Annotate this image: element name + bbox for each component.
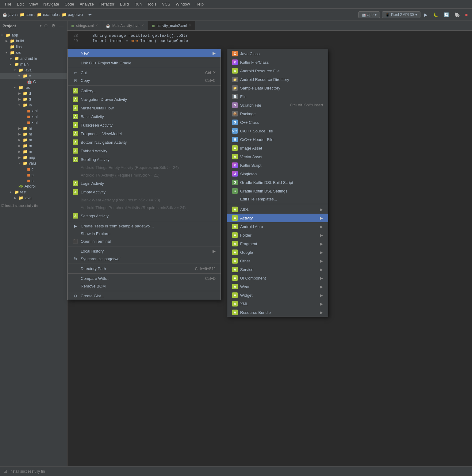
tree-item-c-xml[interactable]: ◼ c [0, 166, 67, 172]
ctx-file[interactable]: 📄 File [227, 92, 328, 101]
ctx-package[interactable]: 📦 Package [227, 109, 328, 118]
ctx-cpp-header[interactable]: H C/C++ Header File [227, 135, 328, 144]
ctx-widget[interactable]: A Widget ▶ [227, 291, 328, 299]
ctx-new[interactable]: New ▶ [68, 49, 221, 57]
tab-activity-close[interactable]: ✕ [189, 24, 191, 28]
tree-item-androidm[interactable]: MF Androi [0, 184, 67, 189]
ctx-vector-asset[interactable]: A Vector Asset [227, 152, 328, 161]
ctx-kotlin-script[interactable]: K Kotlin Script [227, 161, 328, 169]
tree-item-la[interactable]: ▾ 📁 la [0, 102, 67, 108]
ctx-android-resource-file[interactable]: A Android Resource File [227, 67, 328, 75]
tree-item-m2[interactable]: ▶ 📁 m [0, 131, 67, 137]
menu-code[interactable]: Code [62, 1, 77, 7]
ctx-java-class[interactable]: C Java Class [227, 49, 328, 58]
ctx-scratch-file[interactable]: S Scratch File Ctrl+Alt+Shift+Insert [227, 101, 328, 109]
ctx-remove-bom[interactable]: Remove BOM [68, 282, 221, 290]
ctx-gallery[interactable]: A Gallery... [68, 86, 221, 95]
ctx-fullscreen[interactable]: A Fullscreen Activity [68, 121, 221, 129]
ctx-fragment-viewmodel[interactable]: A Fragment + ViewModel [68, 129, 221, 138]
ctx-gradle-settings[interactable]: G Gradle Kotlin DSL Settings [227, 187, 328, 195]
ctx-gradle-build[interactable]: G Gradle Kotlin DSL Build Script [227, 178, 328, 187]
ctx-master-detail[interactable]: A Master/Detail Flow [68, 104, 221, 112]
tree-item-java[interactable]: ▾ 📁 java [0, 67, 67, 73]
ctx-tabbed[interactable]: A Tabbed Activity [68, 147, 221, 155]
tree-item-src[interactable]: ▾ 📁 src [0, 50, 67, 55]
tree-item-m1[interactable]: ▶ 📁 m [0, 125, 67, 131]
device-selector[interactable]: 📱 Pixel 2 API 30 ▾ [382, 11, 420, 18]
menu-help[interactable]: Help [193, 1, 206, 7]
ctx-activity[interactable]: A Activity ▶ [227, 214, 328, 222]
tree-item-m5[interactable]: ▶ 📁 m [0, 149, 67, 154]
run-button[interactable]: ▶ [422, 11, 429, 18]
ctx-dir-path[interactable]: Directory Path Ctrl+Alt+F12 [68, 265, 221, 272]
ctx-wear-item[interactable]: A Wear ▶ [227, 282, 328, 291]
ctx-show-explorer[interactable]: Show in Explorer [68, 230, 221, 238]
ctx-create-gist[interactable]: ⊙ Create Gist... [68, 292, 221, 300]
panel-scope-btn[interactable]: ⊙ [43, 23, 49, 29]
menu-analyze[interactable]: Analyze [77, 1, 96, 7]
ctx-cpp-source[interactable]: C++ C/C++ Source File [227, 127, 328, 135]
ctx-empty[interactable]: A Empty Activity [68, 188, 221, 196]
ctx-sync[interactable]: ↻ Synchronize 'pagetwo' [68, 255, 221, 263]
ctx-nav-drawer[interactable]: A Navigation Drawer Activity [68, 95, 221, 104]
tree-item-m3[interactable]: ▶ 📁 m [0, 137, 67, 143]
tree-item-libs[interactable]: ▶ 📁 libs [0, 44, 67, 50]
ctx-bottom-nav[interactable]: A Bottom Navigation Activity [68, 138, 221, 147]
menu-view[interactable]: View [27, 1, 40, 7]
breadcrumb-example[interactable]: 📁 example [37, 12, 58, 17]
menu-file[interactable]: File [2, 1, 14, 7]
ctx-xml[interactable]: A XML ▶ [227, 299, 328, 308]
ctx-android-resource-dir[interactable]: 📁 Android Resource Directory [227, 75, 328, 84]
panel-settings-btn[interactable]: ⚙ [50, 23, 57, 29]
ctx-singleton[interactable]: J Singleton [227, 169, 328, 178]
tab-activity-main2[interactable]: ◼ activity_main2.xml ✕ [148, 21, 195, 30]
ctx-settings[interactable]: A Settings Activity [68, 211, 221, 220]
ctx-resource-bundle[interactable]: A Resource Bundle ▶ [227, 308, 328, 317]
tree-item-main[interactable]: ▾ 📁 main [0, 61, 67, 67]
tree-item-s2[interactable]: ◼ s [0, 178, 67, 184]
tree-item-xml2[interactable]: ◼ xml [0, 114, 67, 120]
menu-build[interactable]: Build [117, 1, 131, 7]
tree-item-valu[interactable]: ▾ 📁 valu [0, 160, 67, 166]
ctx-kotlin-class[interactable]: K Kotlin File/Class [227, 58, 328, 67]
ctx-copy[interactable]: ⎘ Copy Ctrl+C [68, 77, 221, 84]
ctx-local-history[interactable]: Local History ▶ [68, 247, 221, 255]
ctx-android-auto[interactable]: A Android Auto ▶ [227, 222, 328, 231]
menu-edit[interactable]: Edit [14, 1, 26, 7]
tab-strings-close[interactable]: ✕ [95, 24, 98, 28]
ctx-scrolling[interactable]: A Scrolling Activity [68, 155, 221, 164]
ctx-service[interactable]: A Service ▶ [227, 265, 328, 274]
ctx-compare[interactable]: Compare With... Ctrl+D [68, 275, 221, 282]
tree-item-test[interactable]: ▾ 📁 test [0, 189, 67, 195]
nav-back-icon[interactable]: ⬅ [88, 12, 92, 17]
panel-hide-btn[interactable]: — [58, 23, 65, 29]
debug-button[interactable]: 🐛 [431, 11, 440, 18]
tab-mainactivity[interactable]: ☕ MainActivity.java ✕ [102, 21, 148, 30]
app-selector[interactable]: 🤖 app ▾ [358, 11, 380, 18]
tree-item-m4[interactable]: ▶ 📁 m [0, 143, 67, 149]
ctx-login[interactable]: A Login Activity [68, 179, 221, 188]
ctx-cut[interactable]: ✂ Cut Ctrl+X [68, 69, 221, 77]
ctx-google[interactable]: A Google ▶ [227, 248, 328, 257]
tree-item-app[interactable]: ▾ 📁 app [0, 32, 67, 38]
tree-item-build[interactable]: ▶ 📁 build [0, 38, 67, 44]
tree-item-s1[interactable]: ◼ s [0, 172, 67, 178]
ctx-edit-templates[interactable]: Edit File Templates... [227, 195, 328, 203]
tree-item-class1[interactable]: 🤖 C [0, 79, 67, 85]
ctx-cpp-class[interactable]: S C++ Class [227, 118, 328, 127]
menu-vcs[interactable]: VCS [159, 1, 173, 7]
ctx-other[interactable]: A Other ▶ [227, 257, 328, 265]
menu-refactor[interactable]: Refactor [97, 1, 117, 7]
tree-item-xml1[interactable]: ◼ xml [0, 108, 67, 114]
ctx-sample-data[interactable]: 📁 Sample Data Directory [227, 84, 328, 92]
ctx-aidl[interactable]: A AIDL ▶ [227, 205, 328, 214]
tree-item-mip[interactable]: ▶ 📁 mip [0, 154, 67, 160]
ctx-fragment[interactable]: A Fragment ▶ [227, 239, 328, 248]
tree-item-androidtest[interactable]: ▶ 📁 androidTe [0, 55, 67, 61]
stop-button[interactable]: ■ [463, 11, 470, 18]
tree-item-res[interactable]: ▾ 📁 res [0, 85, 67, 90]
ctx-create-tests[interactable]: ▶ Create 'Tests in 'com.example.pagetwo'… [68, 222, 221, 230]
tree-item-test-java[interactable]: ▶ 📁 java [0, 195, 67, 201]
ctx-basic-activity[interactable]: A Basic Activity [68, 112, 221, 121]
tree-item-d1[interactable]: ▶ 📁 d [0, 90, 67, 96]
